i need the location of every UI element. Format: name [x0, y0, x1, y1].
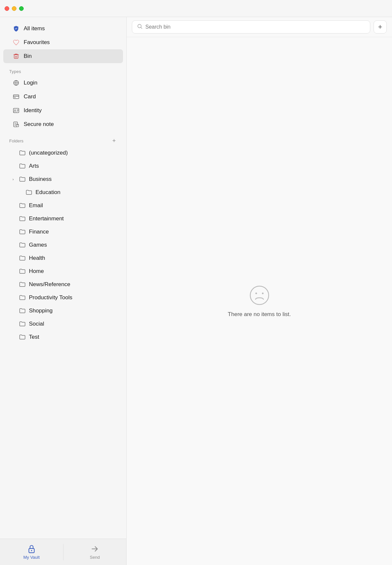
folder-item-health[interactable]: Health — [3, 252, 123, 265]
svg-rect-5 — [13, 95, 19, 99]
folder-uncategorized-label: (uncategorized) — [29, 150, 68, 156]
chevron-placeholder — [12, 256, 18, 260]
sidebar-item-all-items[interactable]: All items — [3, 22, 123, 36]
minimize-button[interactable] — [12, 6, 16, 11]
send-icon — [90, 544, 99, 553]
folder-item-education[interactable]: Education — [3, 186, 123, 199]
main-layout: All items Favourites — [0, 17, 392, 565]
bottom-nav: My Vault Send — [0, 539, 126, 565]
maximize-button[interactable] — [19, 6, 24, 11]
chevron-placeholder — [19, 190, 24, 195]
identity-icon — [12, 107, 20, 114]
folders-section-header: Folders + — [0, 131, 126, 146]
folder-productivity-tools-label: Productivity Tools — [29, 294, 72, 301]
folder-item-home[interactable]: Home — [3, 265, 123, 278]
sad-face-icon — [249, 285, 270, 306]
folder-item-arts[interactable]: Arts — [3, 160, 123, 173]
folder-icon — [19, 255, 26, 261]
folder-item-email[interactable]: Email — [3, 199, 123, 212]
heart-icon — [12, 39, 20, 46]
folder-test-label: Test — [29, 334, 39, 340]
folder-icon — [19, 281, 26, 288]
sidebar-item-identity[interactable]: Identity — [3, 104, 123, 117]
bin-label: Bin — [24, 53, 32, 60]
send-label: Send — [90, 555, 100, 560]
folder-home-label: Home — [29, 268, 44, 275]
sidebar-item-login[interactable]: Login — [3, 76, 123, 90]
card-label: Card — [24, 93, 36, 100]
nav-send[interactable]: Send — [63, 542, 127, 562]
folder-news-reference-label: News/Reference — [29, 281, 70, 288]
folder-health-label: Health — [29, 255, 45, 261]
chevron-placeholder — [12, 151, 18, 155]
svg-line-22 — [141, 27, 142, 28]
folder-icon — [19, 334, 26, 340]
sidebar: All items Favourites — [0, 17, 127, 565]
folder-icon — [19, 307, 26, 314]
svg-rect-0 — [14, 55, 18, 59]
chevron-placeholder — [12, 322, 18, 326]
search-input[interactable] — [145, 24, 365, 30]
content-area: + There are no items to list. — [127, 17, 392, 565]
chevron-placeholder — [12, 230, 18, 234]
chevron-placeholder — [12, 203, 18, 208]
sidebar-item-secure-note[interactable]: Secure note — [3, 117, 123, 131]
svg-point-20 — [31, 550, 32, 552]
folder-item-business[interactable]: › Business — [3, 173, 123, 186]
traffic-lights — [5, 6, 24, 11]
empty-message: There are no items to list. — [228, 311, 291, 318]
shield-icon — [12, 25, 20, 32]
favourites-label: Favourites — [24, 39, 50, 46]
add-button[interactable]: + — [374, 20, 387, 34]
chevron-placeholder — [12, 295, 18, 300]
folder-item-entertainment[interactable]: Entertainment — [3, 212, 123, 225]
folder-icon — [19, 242, 26, 248]
lock-icon — [27, 544, 36, 553]
svg-point-23 — [250, 286, 269, 305]
close-button[interactable] — [5, 6, 9, 11]
folder-item-games[interactable]: Games — [3, 238, 123, 252]
search-bar: + — [127, 17, 392, 37]
sidebar-item-card[interactable]: Card — [3, 90, 123, 104]
add-folder-button[interactable]: + — [111, 137, 117, 144]
folder-icon — [19, 176, 26, 183]
folder-item-productivity-tools[interactable]: Productivity Tools — [3, 291, 123, 304]
folders-label: Folders — [9, 138, 23, 143]
folder-item-uncategorized[interactable]: (uncategorized) — [3, 146, 123, 160]
folder-item-news-reference[interactable]: News/Reference — [3, 278, 123, 291]
folder-item-shopping[interactable]: Shopping — [3, 304, 123, 317]
svg-point-9 — [14, 110, 16, 111]
search-input-wrapper — [132, 20, 370, 34]
sidebar-scroll: All items Favourites — [0, 17, 126, 539]
folder-item-social[interactable]: Social — [3, 317, 123, 331]
note-icon — [12, 121, 20, 128]
nav-my-vault[interactable]: My Vault — [0, 542, 63, 562]
folder-icon — [19, 215, 26, 222]
folder-arts-label: Arts — [29, 163, 39, 169]
folder-business-label: Business — [29, 176, 52, 183]
login-label: Login — [24, 80, 37, 86]
chevron-placeholder — [12, 216, 18, 221]
chevron-placeholder — [12, 243, 18, 247]
folder-icon — [26, 189, 32, 196]
folder-icon — [19, 202, 26, 209]
folder-shopping-label: Shopping — [29, 307, 53, 314]
titlebar — [0, 0, 392, 17]
folder-entertainment-label: Entertainment — [29, 215, 64, 222]
sidebar-item-favourites[interactable]: Favourites — [3, 36, 123, 49]
types-section-header: Types — [0, 63, 126, 76]
folder-item-test[interactable]: Test — [3, 331, 123, 344]
svg-rect-7 — [14, 97, 15, 98]
identity-label: Identity — [24, 107, 42, 114]
svg-point-24 — [255, 292, 257, 294]
my-vault-label: My Vault — [23, 555, 40, 560]
all-items-label: All items — [24, 25, 45, 32]
folder-icon — [19, 150, 26, 156]
chevron-placeholder — [12, 282, 18, 287]
chevron-placeholder — [12, 308, 18, 313]
folder-item-finance[interactable]: Finance — [3, 225, 123, 238]
sidebar-item-bin[interactable]: Bin — [3, 49, 123, 63]
secure-note-label: Secure note — [24, 121, 54, 128]
folder-email-label: Email — [29, 202, 43, 209]
globe-icon — [12, 79, 20, 86]
